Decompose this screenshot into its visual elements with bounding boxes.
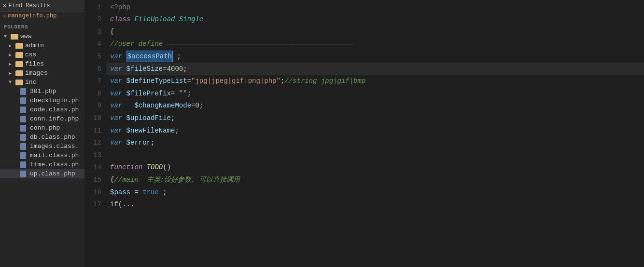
result-file-name: manageinfo.php xyxy=(8,13,57,19)
open-brace: { xyxy=(110,27,114,37)
brace-15: { xyxy=(110,174,114,185)
eq-9: = xyxy=(191,100,195,111)
var-access-path: $accessPath xyxy=(127,53,172,60)
eq-6: = xyxy=(163,64,167,74)
class-name: FileUpload_Single xyxy=(134,14,203,25)
line-num-9: 9 xyxy=(84,100,101,112)
kw-var-6: var xyxy=(110,64,126,74)
folder-css[interactable]: css xyxy=(0,50,84,59)
folder-label-admin: admin xyxy=(25,42,44,49)
line-num-4: 4 xyxy=(84,38,101,51)
code-line-7: var $defineTypeList = "jpg|jpeg|gif|png|… xyxy=(106,75,644,88)
result-file[interactable]: ✕ manageinfo.php xyxy=(0,12,84,20)
file-db-class[interactable]: db.class.php xyxy=(0,133,84,142)
code-line-8: var $filePrefix = "" ; xyxy=(106,87,644,100)
folder-label-images: images xyxy=(25,69,48,77)
find-results-header: ✕ Find Results xyxy=(0,0,84,12)
folder-admin[interactable]: admin xyxy=(0,41,84,50)
var-error: $error xyxy=(126,137,151,148)
comment-user-define: //user define ——————————————————————————… xyxy=(110,39,353,49)
code-line-14: function TODO () xyxy=(106,161,644,174)
semicolon-5: ; xyxy=(173,51,181,62)
code-lines: <?php class FileUpload_Single { //user d… xyxy=(106,0,644,267)
kw-var-10: var xyxy=(110,113,126,123)
find-results-label: Find Results xyxy=(8,2,50,9)
file-icon-time-class xyxy=(20,161,26,168)
folder-label-inc: inc xyxy=(25,79,36,86)
result-close-icon: ✕ xyxy=(3,13,6,19)
folder-inc[interactable]: inc xyxy=(0,78,84,87)
line-num-2: 2 xyxy=(84,13,101,26)
code-line-9: var $changNameMode = 0 ; xyxy=(106,100,644,112)
file-conn-info[interactable]: conn.info.php xyxy=(0,114,84,123)
line-num-1: 1 xyxy=(84,1,101,13)
folder-label-www: www xyxy=(20,33,31,40)
code-line-15: { //main 主类:设好参数, 可以直接调用 xyxy=(106,174,644,186)
file-mail-class[interactable]: mail.class.ph xyxy=(0,151,84,160)
eq-7: = xyxy=(187,76,191,86)
folder-images[interactable]: images xyxy=(0,68,84,78)
folder-www[interactable]: www xyxy=(0,32,84,41)
semi-16: ; xyxy=(159,187,167,198)
file-conn[interactable]: conn.php xyxy=(0,123,84,133)
eq-8: = xyxy=(171,88,179,99)
arrow-css xyxy=(9,52,14,58)
parens-14: () xyxy=(163,162,171,173)
file-up-class[interactable]: up.class.php xyxy=(0,169,84,178)
file-icon-mail-class xyxy=(20,152,26,159)
line-num-5: 5 xyxy=(84,50,101,63)
line-num-14: 14 xyxy=(84,161,101,174)
line-num-7: 7 xyxy=(84,75,101,88)
close-icon[interactable]: ✕ xyxy=(3,2,6,9)
code-line-1: <?php xyxy=(106,1,644,13)
code-line-5: var $accessPath ; xyxy=(106,50,644,63)
str-types: "jpg|jpeg|gif|png|php" xyxy=(191,76,280,86)
file-icon-conn xyxy=(20,125,26,132)
var-filesize: $fileSize xyxy=(126,64,163,74)
kw-function: function xyxy=(110,162,147,173)
cmt-string: //string jpg|gif|bmp xyxy=(284,76,365,86)
kw-var-11: var xyxy=(110,125,126,136)
folder-files[interactable]: files xyxy=(0,59,84,68)
code-line-16: $pass = true ; xyxy=(106,186,644,199)
file-label-mail-class: mail.class.ph xyxy=(28,152,79,159)
line-num-13: 13 xyxy=(84,149,101,161)
semi-11: ; xyxy=(175,125,179,136)
arrow-images xyxy=(9,70,14,76)
line-num-16: 16 xyxy=(84,186,101,199)
code-editor: 1 2 3 4 5 6 7 8 9 10 11 12 13 14 15 16 1… xyxy=(84,0,644,267)
kw-var-8: var xyxy=(110,88,126,99)
code-line-13 xyxy=(106,149,644,161)
file-label-time-class: time.class.ph xyxy=(28,161,79,168)
file-icon-images-class xyxy=(20,143,26,150)
folder-label-css: css xyxy=(25,51,36,58)
code-line-4: //user define ——————————————————————————… xyxy=(106,38,644,51)
file-images-class[interactable]: images.class. xyxy=(0,142,84,151)
file-icon-conn-info xyxy=(20,116,26,122)
bool-true: true xyxy=(142,187,159,198)
file-checklogin[interactable]: checklogin.ph xyxy=(0,96,84,105)
file-label-db-class: db.class.php xyxy=(28,134,75,141)
semi-6: ; xyxy=(183,64,187,74)
code-line-17: if(... xyxy=(106,199,644,211)
semi-10: ; xyxy=(171,113,175,123)
folder-icon-files xyxy=(15,61,23,67)
var-file-prefix: $filePrefix xyxy=(126,88,171,99)
folder-icon-css xyxy=(15,52,23,58)
file-code-class[interactable]: code.class.ph xyxy=(0,105,84,114)
file-301[interactable]: 301.php xyxy=(0,87,84,96)
code-area[interactable]: 1 2 3 4 5 6 7 8 9 10 11 12 13 14 15 16 1… xyxy=(84,0,644,267)
folder-icon-images xyxy=(15,70,23,76)
arrow-admin xyxy=(9,43,14,49)
var-pass: $pass xyxy=(110,187,130,198)
line-num-12: 12 xyxy=(84,137,101,149)
arrow-www xyxy=(4,34,9,39)
folder-icon-inc xyxy=(15,80,23,85)
code-line-3: { xyxy=(106,26,644,38)
folder-icon-www xyxy=(11,34,18,40)
var-new-filename: $newFileName xyxy=(126,125,175,136)
line-num-11: 11 xyxy=(84,124,101,137)
var-chang-name: $changNameMode xyxy=(126,100,191,111)
file-icon-code-class xyxy=(20,107,26,113)
file-time-class[interactable]: time.class.ph xyxy=(0,160,84,169)
